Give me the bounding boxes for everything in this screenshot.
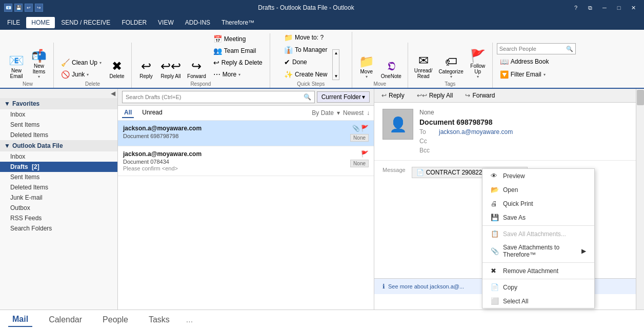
outlook-header[interactable]: ▼ Outlook Data File (0, 140, 117, 151)
save-icon[interactable]: 💾 (14, 4, 23, 12)
move-to-button[interactable]: 📁 Move to: ? (281, 32, 330, 43)
clean-up-button[interactable]: 🧹 Clean Up ▾ (58, 57, 105, 68)
sidebar-item-outbox[interactable]: Outbox (0, 203, 117, 213)
menu-send-receive[interactable]: SEND / RECEIVE (56, 17, 115, 28)
reply-button[interactable]: ↩ Reply (136, 59, 156, 80)
reading-forward-button[interactable]: ↪ Forward (462, 91, 498, 100)
filter-unread-tab[interactable]: Unread (140, 108, 164, 118)
nav-people[interactable]: People (98, 313, 132, 326)
ctx-save-all: 📋 Save All Attachments... (482, 227, 594, 241)
junk-button[interactable]: 🚫 Junk ▾ (58, 69, 105, 80)
address-book-button[interactable]: 📖 Address Book (497, 56, 576, 67)
restore-button[interactable]: ⧉ (583, 3, 597, 13)
quick-steps-scrollbar[interactable]: ▲ ▼ (332, 49, 339, 80)
done-button[interactable]: ✔ Done (281, 56, 330, 68)
nav-mail[interactable]: Mail (8, 313, 32, 327)
clean-up-icon: 🧹 (61, 59, 70, 67)
menu-folder[interactable]: FOLDER (116, 17, 152, 28)
menu-home[interactable]: HOME (26, 17, 55, 28)
email-meta: None Document 698798798 To jackson.a@moy… (419, 109, 636, 154)
sidebar-item-deleted[interactable]: Deleted Items (0, 182, 117, 192)
more-button[interactable]: ⋯ More ▾ (210, 69, 266, 80)
menu-view[interactable]: VIEW (153, 17, 179, 28)
ctx-preview[interactable]: 👁 Preview (482, 169, 594, 183)
ctx-open[interactable]: 📂 Open (482, 183, 594, 197)
nav-calendar[interactable]: Calendar (45, 313, 86, 326)
nav-tasks[interactable]: Tasks (145, 313, 174, 326)
sidebar-item-drafts[interactable]: Drafts [2] (0, 162, 117, 172)
reply-all-button[interactable]: ↩↩ Reply All (158, 59, 183, 80)
quick-steps-group-label: Quick Steps (274, 81, 348, 87)
email-to-field: To jackson.a@moyaware.com (419, 128, 636, 136)
ctx-save-therefore[interactable]: 📎 Save Attachments to Therefore™ ▶ (482, 241, 594, 261)
meeting-button[interactable]: 📅 Meeting (210, 33, 266, 45)
help-button[interactable]: ? (569, 3, 582, 13)
email-item-1[interactable]: jackson.a@moyaware.com Document 69879879… (118, 121, 374, 146)
scroll-down-icon: ▼ (334, 74, 338, 79)
new-items-arrow: ▾ (38, 74, 40, 79)
sidebar-collapse-button[interactable]: ◀ (111, 90, 115, 97)
delete-stack: 🧹 Clean Up ▾ 🚫 Junk ▾ (58, 57, 105, 80)
undo-icon[interactable]: ↩ (25, 4, 33, 12)
sidebar-item-search-folders[interactable]: Search Folders (0, 223, 117, 234)
reading-reply-button[interactable]: ↩ Reply (378, 91, 408, 100)
ribbon-delete-content: 🧹 Clean Up ▾ 🚫 Junk ▾ ✖ Delete (58, 43, 127, 80)
filter-all-tab[interactable]: All (122, 108, 134, 118)
current-folder-button[interactable]: Current Folder ▾ (317, 91, 370, 103)
sidebar-item-inbox-fav[interactable]: Inbox (0, 109, 117, 120)
new-email-button[interactable]: 📧 New Email (6, 53, 27, 80)
forward-button[interactable]: ↪ Forward (185, 59, 208, 80)
reading-reply-all-button[interactable]: ↩↩ Reply All (414, 91, 456, 100)
ctx-copy[interactable]: 📄 Copy (482, 280, 594, 294)
menu-therefore[interactable]: Therefore™ (216, 17, 259, 28)
create-new-button[interactable]: ✨ Create New (281, 69, 330, 80)
delete-button[interactable]: ✖ Delete (107, 59, 127, 80)
sidebar-item-junk[interactable]: Junk E-mail (0, 192, 117, 203)
create-new-label: Create New (295, 71, 327, 78)
to-value[interactable]: jackson.a@moyaware.com (439, 128, 513, 136)
sidebar-item-rss[interactable]: RSS Feeds (0, 213, 117, 223)
menu-file[interactable]: FILE (2, 17, 25, 28)
reply-delete-button[interactable]: ↩ Reply & Delete (210, 57, 266, 68)
sidebar-item-deleted-fav[interactable]: Deleted Items (0, 130, 117, 140)
ctx-quick-print[interactable]: 🖨 Quick Print (482, 197, 594, 210)
close-button[interactable]: ✕ (627, 3, 640, 13)
move-button[interactable]: 📁 Move ▾ (356, 54, 377, 80)
email-subject: Document 698798798 (419, 118, 636, 126)
search-drafts-input[interactable] (126, 94, 304, 100)
search-people-input[interactable] (499, 46, 566, 52)
email-header-section: 👤 None Document 698798798 To jackson.a@m… (374, 103, 644, 161)
nav-more[interactable]: ... (186, 315, 193, 324)
follow-up-button[interactable]: 🚩 Follow Up ▾ (468, 49, 488, 80)
email-item-2[interactable]: jackson.a@moyaware.com Document 078434 P… (118, 146, 374, 176)
sidebar-collapse-bar: ◀ (0, 89, 117, 98)
onenote-button[interactable]: 𝕺 OneNote (379, 59, 404, 80)
maximize-button[interactable]: □ (612, 3, 626, 13)
sidebar-item-sent-fav[interactable]: Sent Items (0, 120, 117, 130)
reading-scrollbar[interactable] (636, 89, 644, 310)
message-label: Message (383, 167, 406, 173)
filter-email-button[interactable]: 🔽 Filter Email ▾ (497, 69, 576, 80)
unread-read-button[interactable]: ✉ Unread/ Read (412, 53, 435, 80)
categorize-button[interactable]: 🏷 Categorize ▾ (436, 54, 465, 80)
forward-label: Forward (187, 73, 206, 79)
see-more-text[interactable]: See more about jackson.a@... (388, 283, 464, 290)
team-email-icon: 👥 (213, 47, 222, 55)
new-items-button[interactable]: 📬 New Items ▾ (29, 49, 49, 80)
ctx-remove[interactable]: ✖ Remove Attachment (482, 264, 594, 278)
ctx-save-all-label: Save All Attachments... (503, 230, 566, 238)
menu-addins[interactable]: ADD-INS (180, 17, 215, 28)
redo-icon[interactable]: ↪ (35, 4, 43, 12)
find-group-items: 🔍 📖 Address Book 🔽 Filter Email ▾ (497, 43, 576, 80)
sidebar-item-inbox[interactable]: Inbox (0, 151, 117, 162)
search-box[interactable]: 🔍 (122, 91, 315, 103)
favorites-header[interactable]: ▼ Favorites (0, 98, 117, 109)
minimize-button[interactable]: ─ (598, 3, 611, 13)
sidebar-item-sent[interactable]: Sent Items (0, 172, 117, 182)
ctx-save-as[interactable]: 💾 Save As (482, 210, 594, 224)
search-people-box[interactable]: 🔍 (497, 43, 576, 54)
team-email-button[interactable]: 👥 Team Email (210, 45, 266, 56)
ctx-select-all[interactable]: ⬜ Select All (482, 294, 594, 308)
reply-label: Reply (139, 73, 153, 79)
to-manager-button[interactable]: 👔 To Manager (281, 44, 330, 55)
